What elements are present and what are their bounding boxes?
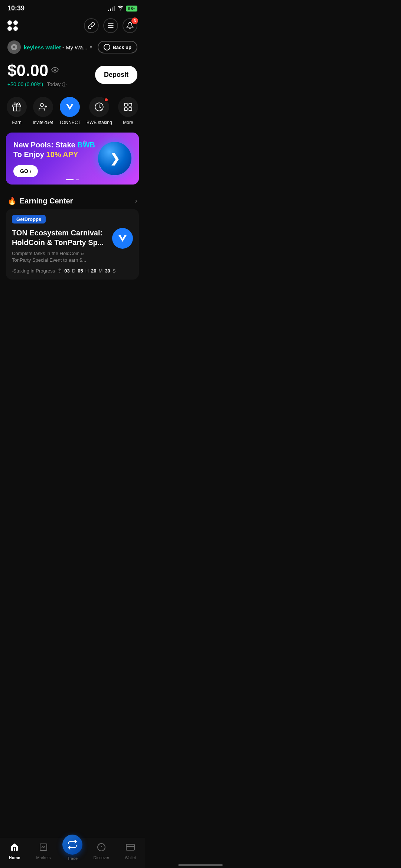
svg-point-4 [13, 46, 16, 49]
deco-plus1: + [82, 138, 87, 146]
svg-point-5 [54, 69, 56, 71]
tonnect-label: TONNECT [59, 120, 81, 125]
staking-icon [94, 102, 104, 112]
banner-section: + + New Pools: Stake BWB To Enjoy 10% AP… [0, 128, 145, 189]
balance-section: $0.00 +$0.00 (0.00%) Today ⓘ Deposit [0, 55, 145, 91]
svg-rect-13 [124, 103, 127, 106]
minutes-value: 20 [91, 268, 96, 274]
bwb-coin-graphic: ❯ [98, 142, 131, 175]
banner-pagination [66, 179, 79, 180]
status-bar: 10:39 98+ [0, 0, 145, 15]
wallet-avatar [7, 40, 21, 54]
seconds-value: 30 [105, 268, 110, 274]
hours-value: 05 [78, 268, 83, 274]
action-invite2get[interactable]: Invite2Get [33, 97, 53, 125]
status-icons: 98+ [108, 5, 137, 12]
svg-rect-16 [129, 108, 132, 111]
balance-display: $0.00 +$0.00 (0.00%) Today ⓘ [7, 61, 66, 88]
battery-indicator: 98+ [126, 6, 137, 12]
svg-rect-14 [129, 103, 132, 106]
banner-dot-1 [66, 179, 74, 180]
wallet-header: keyless wallet - My Wa... ▾ ! Back up [0, 37, 145, 55]
coin-circle: ❯ [98, 142, 131, 175]
add-user-icon [38, 102, 48, 112]
deposit-button[interactable]: Deposit [95, 66, 137, 84]
logo-grid-icon [7, 20, 18, 31]
action-more[interactable]: More [118, 97, 138, 125]
timer-icon: ⏱ [57, 268, 62, 274]
earning-card-desc: Complete tasks in the HoldCoin &TonParty… [12, 250, 104, 264]
notification-button[interactable]: 3 [123, 18, 137, 33]
bwb-staking-icon-wrap [89, 97, 109, 117]
hours-unit: H [85, 268, 89, 274]
info-icon: ⓘ [62, 82, 66, 87]
link-button[interactable] [84, 18, 99, 33]
action-earn[interactable]: Earn [7, 97, 27, 125]
visibility-toggle-icon[interactable] [51, 66, 59, 75]
promo-banner[interactable]: + + New Pools: Stake BWB To Enjoy 10% AP… [6, 133, 139, 185]
tonnect-v-icon [65, 102, 75, 112]
chevron-right-icon: › [135, 197, 137, 205]
balance-amount: $0.00 [7, 61, 66, 80]
bwb-staking-label: BWB staking [87, 120, 112, 125]
earn-label: Earn [12, 120, 21, 125]
action-tonnect[interactable]: TONNECT [59, 97, 81, 125]
earning-card-title: TON Ecosystem Carnival:HoldCoin & TonPar… [12, 228, 104, 247]
backup-button[interactable]: ! Back up [98, 41, 137, 53]
menu-icon [107, 22, 114, 29]
invite-icon-wrap [33, 97, 53, 117]
earning-text: TON Ecosystem Carnival:HoldCoin & TonPar… [12, 228, 104, 264]
gift-icon [12, 102, 22, 112]
fire-emoji: 🔥 [7, 196, 17, 205]
earn-icon-wrap [7, 97, 27, 117]
days-unit: D [72, 268, 75, 274]
top-navigation: 3 [0, 15, 145, 37]
more-label: More [123, 120, 133, 125]
signal-icon [108, 6, 115, 11]
wifi-icon [117, 5, 124, 12]
banner-dot-2 [76, 179, 79, 180]
menu-button[interactable] [103, 18, 118, 33]
days-value: 03 [64, 268, 69, 274]
earning-center-title: 🔥 Earning Center [7, 196, 73, 205]
more-icon-wrap [118, 97, 138, 117]
warning-icon: ! [104, 44, 110, 50]
staking-progress-label: ·Staking in Progress [12, 268, 55, 274]
notification-badge: 3 [131, 17, 138, 24]
status-time: 10:39 [7, 4, 25, 12]
svg-marker-17 [118, 235, 127, 242]
earning-card-icon-wrap [112, 228, 133, 249]
seconds-unit: S [113, 268, 116, 274]
staking-status: ·Staking in Progress ⏱ 03 D 05 H 20 M 30… [12, 268, 133, 274]
coin-arrow-icon: ❯ [110, 151, 120, 166]
grid-icon [123, 102, 133, 112]
earning-center-header[interactable]: 🔥 Earning Center › [0, 189, 145, 209]
new-indicator-dot [104, 98, 108, 102]
svg-point-8 [40, 103, 43, 107]
minutes-unit: M [99, 268, 103, 274]
quick-actions: Earn Invite2Get TONNECT [0, 91, 145, 128]
invite-label: Invite2Get [33, 120, 53, 125]
svg-marker-11 [66, 104, 74, 110]
action-bwb-staking[interactable]: BWB staking [87, 97, 112, 125]
wallet-info[interactable]: keyless wallet - My Wa... ▾ [7, 40, 92, 54]
svg-rect-15 [124, 108, 127, 111]
app-logo [7, 20, 18, 31]
earning-content: TON Ecosystem Carnival:HoldCoin & TonPar… [12, 228, 133, 264]
ton-v-icon [117, 232, 128, 244]
balance-change: +$0.00 (0.00%) Today ⓘ [7, 81, 66, 88]
wallet-dropdown-icon: ▾ [90, 45, 92, 50]
link-icon [88, 22, 95, 29]
wallet-name: keyless wallet - My Wa... ▾ [24, 44, 92, 50]
earning-card: GetDropps TON Ecosystem Carnival:HoldCoi… [6, 209, 139, 280]
nav-actions: 3 [84, 18, 137, 33]
banner-go-button[interactable]: GO › [13, 165, 38, 177]
tonnect-icon-wrap [60, 97, 80, 117]
getdrops-badge: GetDropps [12, 215, 46, 223]
